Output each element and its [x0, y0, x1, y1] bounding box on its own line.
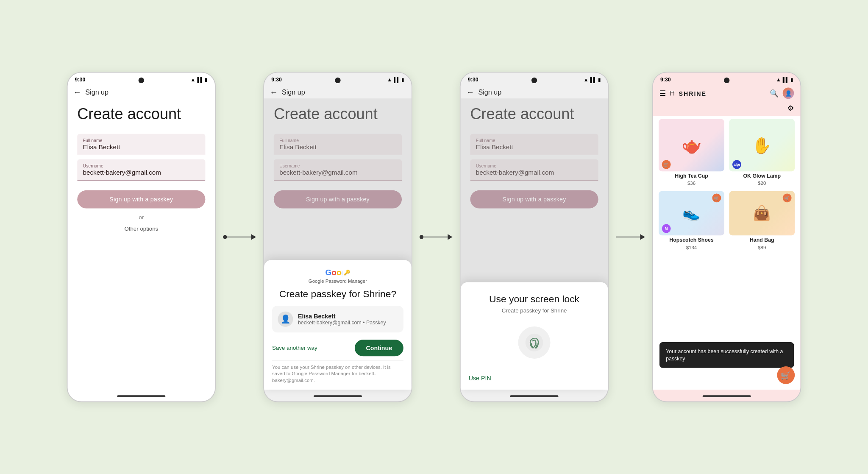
cart-badge-tea: 🛒 [662, 160, 671, 169]
status-icons-3: ▲ ▌▌ ▮ [584, 77, 601, 83]
cart-fab[interactable]: 🛒 [777, 366, 795, 384]
battery-icon: ▮ [205, 77, 208, 82]
battery-icon-4: ▮ [790, 77, 793, 82]
arrow-dot-1 [223, 235, 227, 239]
product-img-tea: 🫖 🛒 [659, 119, 724, 172]
user-avatar: 👤 [278, 311, 293, 326]
product-price-lamp: $20 [758, 181, 766, 186]
screen-lock-modal: Use your screen lock Create passkey for … [461, 282, 608, 390]
use-pin-link[interactable]: Use PIN [469, 375, 600, 382]
wifi-icon-2: ▲ [387, 77, 392, 83]
battery-icon-2: ▮ [401, 77, 404, 82]
fingerprint-area [469, 326, 600, 359]
search-icon[interactable]: 🔍 [770, 89, 779, 98]
status-bar-2: 9:30 ▲ ▌▌ ▮ [264, 72, 412, 84]
google-logo: Google 🔑 [272, 269, 403, 277]
phone-screen-2: 9:30 ▲ ▌▌ ▮ ← Sign up Create account Ful… [263, 72, 412, 402]
nav-title-3: Sign up [479, 88, 502, 96]
camera-dot-2 [335, 78, 340, 83]
arrow-1 [223, 234, 256, 240]
passkey-button-1[interactable]: Sign up with a passkey [77, 190, 205, 209]
badge-shoes: M [662, 224, 671, 233]
user-email: beckett-bakery@gmail.com • Passkey [298, 319, 386, 325]
top-bar-2: ← Sign up [264, 84, 412, 98]
badge-lamp: alpi [732, 160, 741, 169]
modal-actions: Save another way Continue [272, 340, 403, 356]
back-arrow-3[interactable]: ← [466, 88, 474, 97]
fingerprint-svg [525, 333, 544, 352]
phone-screen-4: 9:30 ▲ ▌▌ ▮ ☰ ⛩ SHRINE 🔍 👤 ⚙ [652, 72, 801, 402]
product-card-lamp[interactable]: ✋ alpi OK Glow Lamp $20 [729, 119, 795, 187]
filter-icon[interactable]: ⚙ [787, 104, 794, 113]
product-price-bag: $89 [758, 245, 766, 250]
product-img-lamp: ✋ alpi [729, 119, 795, 172]
home-indicator-2 [314, 395, 362, 397]
phone-screen-1: 9:30 ▲ ▌▌ ▮ ← Sign up Create account Ful… [67, 72, 216, 402]
screen-lock-title: Use your screen lock [469, 293, 600, 305]
product-card-bag[interactable]: 👜 🛒 Hand Bag $89 [729, 191, 795, 251]
shrine-nav-right: 🔍 👤 [770, 88, 794, 99]
top-bar-3: ← Sign up [461, 84, 608, 98]
fullname-field-1[interactable]: Full name Elisa Beckett [77, 134, 205, 155]
camera-dot-1 [139, 78, 144, 83]
battery-icon-3: ▮ [598, 77, 601, 82]
back-arrow-1[interactable]: ← [73, 88, 81, 97]
shrine-nav-left: ☰ ⛩ SHRINE [659, 89, 707, 98]
product-name-lamp: OK Glow Lamp [743, 173, 781, 179]
cart-badge-shoes: 🛒 [712, 193, 721, 202]
nav-title-2: Sign up [282, 88, 305, 96]
fingerprint-icon[interactable] [518, 326, 551, 359]
home-indicator-1 [117, 395, 165, 397]
username-label-1: Username [83, 163, 200, 168]
phone-screen-3: 9:30 ▲ ▌▌ ▮ ← Sign up Create account Ful… [460, 72, 609, 402]
screen-overlay-container-2: Create account Full name Elisa Beckett U… [264, 98, 412, 390]
cart-fab-icon: 🛒 [781, 370, 791, 380]
signal-icon-4: ▌▌ [783, 77, 789, 82]
username-field-1[interactable]: Username beckett-bakery@gmail.com [77, 159, 205, 180]
signal-icon: ▌▌ [197, 77, 203, 82]
save-another-way-link[interactable]: Save another way [272, 345, 317, 351]
modal-title: Create passkey for Shrine? [272, 288, 403, 299]
screen-content-1: Create account Full name Elisa Beckett U… [68, 98, 215, 390]
fullname-label-1: Full name [83, 138, 200, 142]
user-name: Elisa Beckett [298, 312, 386, 319]
other-options-1[interactable]: Other options [77, 225, 205, 231]
nav-title-1: Sign up [85, 88, 108, 96]
arrow-head-1 [251, 234, 256, 240]
hamburger-icon[interactable]: ☰ [659, 89, 666, 98]
back-arrow-2[interactable]: ← [270, 88, 278, 97]
screen-lock-subtitle: Create passkey for Shrine [469, 307, 600, 313]
product-price-tea: $36 [687, 181, 696, 186]
modal-divider [272, 360, 403, 360]
product-card-tea[interactable]: 🫖 🛒 High Tea Cup $36 [659, 119, 724, 187]
arrow-line-2 [423, 237, 448, 237]
status-bar-3: 9:30 ▲ ▌▌ ▮ [461, 72, 608, 84]
product-name-shoes: Hopscotch Shoes [669, 237, 713, 243]
time-1: 9:30 [75, 77, 86, 83]
wifi-icon-3: ▲ [584, 77, 589, 83]
home-indicator-3 [510, 395, 559, 397]
product-price-shoes: $134 [686, 245, 697, 250]
modal-note: You can use your Shrine passkey on other… [272, 364, 403, 384]
signal-icon-2: ▌▌ [394, 77, 400, 82]
arrow-head-3 [640, 234, 645, 240]
arrow-3 [616, 234, 645, 240]
avatar[interactable]: 👤 [783, 88, 794, 99]
products-container: 🫖 🛒 High Tea Cup $36 ✋ alpi OK Glow Lamp… [653, 116, 801, 390]
svg-point-1 [526, 334, 543, 351]
continue-button[interactable]: Continue [355, 340, 403, 356]
wifi-icon-4: ▲ [776, 77, 781, 83]
status-icons-4: ▲ ▌▌ ▮ [776, 77, 793, 83]
product-name-bag: Hand Bag [750, 237, 774, 243]
success-toast: Your account has been successfully creat… [659, 342, 794, 368]
top-bar-1: ← Sign up [68, 84, 215, 98]
camera-dot-3 [531, 78, 537, 83]
shrine-nav: ☰ ⛩ SHRINE 🔍 👤 [653, 84, 801, 102]
arrow-line-3 [616, 237, 640, 237]
passkey-modal: Google 🔑 Google Password Manager Create … [264, 260, 412, 390]
username-value-1: beckett-bakery@gmail.com [83, 169, 200, 176]
product-card-shoes[interactable]: 👟 M 🛒 Hopscotch Shoes $134 [659, 191, 724, 251]
time-2: 9:30 [271, 77, 282, 83]
screen-overlay-container-3: Create account Full name Elisa Beckett U… [461, 98, 608, 390]
filter-bar: ⚙ [653, 102, 801, 116]
